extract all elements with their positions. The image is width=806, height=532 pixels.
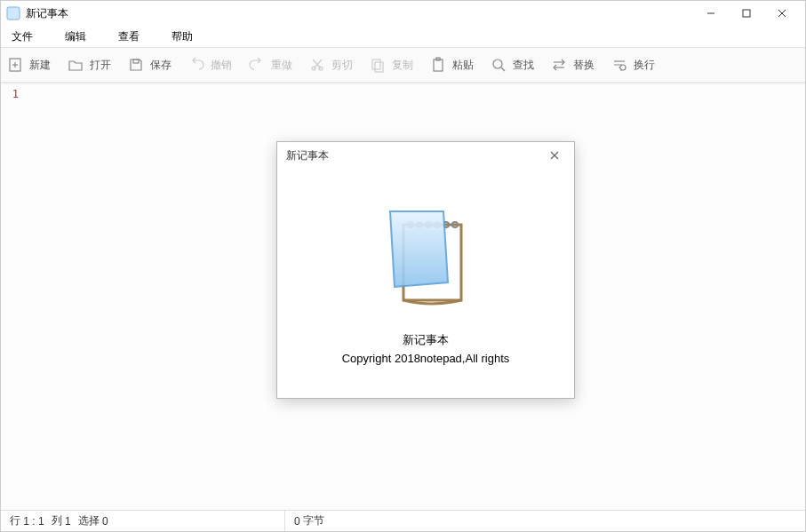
- save-label: 保存: [150, 58, 172, 73]
- svg-rect-2: [743, 10, 750, 17]
- copy-label: 复制: [392, 58, 413, 73]
- undo-button[interactable]: 撤销: [188, 56, 232, 74]
- svg-rect-8: [133, 60, 139, 63]
- maximize-button[interactable]: [729, 1, 764, 26]
- open-icon: [67, 56, 84, 74]
- cut-label: 剪切: [331, 58, 353, 73]
- about-dialog: 新记事本: [276, 141, 575, 399]
- close-button[interactable]: [764, 1, 800, 26]
- svg-rect-13: [372, 60, 380, 69]
- replace-icon: [550, 56, 568, 74]
- cut-icon: [308, 56, 326, 74]
- undo-label: 撤销: [211, 58, 232, 73]
- new-label: 新建: [29, 58, 51, 73]
- menu-edit[interactable]: 编辑: [60, 28, 92, 46]
- svg-line-18: [501, 67, 505, 71]
- copy-icon: [369, 56, 387, 74]
- window-title: 新记事本: [26, 6, 68, 21]
- svg-point-17: [493, 60, 502, 68]
- status-row-label: 行: [10, 513, 20, 528]
- redo-icon: [248, 56, 266, 74]
- line-number: 1: [1, 88, 19, 100]
- wrap-icon: [610, 56, 628, 74]
- status-cursor: 行 1 : 1 列 1 选择 0: [1, 511, 285, 531]
- paste-icon: [429, 56, 447, 74]
- svg-rect-14: [375, 62, 383, 72]
- open-button[interactable]: 打开: [67, 56, 111, 74]
- menu-help[interactable]: 帮助: [166, 28, 198, 46]
- status-bytes-label: 字节: [303, 513, 324, 528]
- titlebar: 新记事本: [1, 1, 805, 26]
- dialog-body: 新记事本 Copyright 2018notepad,All rights: [277, 169, 574, 398]
- status-col-label: 列: [52, 513, 62, 528]
- dialog-app-name: 新记事本: [403, 332, 449, 348]
- notepad-icon: [359, 185, 492, 318]
- statusbar: 行 1 : 1 列 1 选择 0 0 字节: [1, 510, 805, 531]
- undo-icon: [188, 56, 205, 74]
- status-bytes: 0 字节: [285, 511, 333, 531]
- open-label: 打开: [90, 58, 111, 73]
- wrap-label: 换行: [634, 58, 655, 73]
- find-label: 查找: [513, 58, 534, 73]
- save-icon: [127, 56, 145, 74]
- replace-button[interactable]: 替换: [550, 56, 595, 74]
- dialog-title: 新记事本: [286, 148, 329, 163]
- redo-button[interactable]: 重做: [248, 56, 292, 74]
- replace-label: 替换: [573, 58, 595, 73]
- svg-rect-15: [434, 60, 443, 71]
- save-button[interactable]: 保存: [127, 56, 172, 74]
- find-button[interactable]: 查找: [490, 56, 534, 74]
- copy-button[interactable]: 复制: [369, 56, 413, 74]
- cut-button[interactable]: 剪切: [308, 56, 353, 74]
- app-window: 新记事本 文件 编辑 查看 帮助 新建 打开 保存 撤销 重做: [0, 0, 806, 532]
- paste-button[interactable]: 粘贴: [429, 56, 474, 74]
- line-gutter: 1: [1, 84, 22, 510]
- redo-label: 重做: [271, 58, 292, 73]
- wrap-button[interactable]: 换行: [610, 56, 655, 74]
- menu-view[interactable]: 查看: [113, 28, 145, 46]
- toolbar: 新建 打开 保存 撤销 重做 剪切 复制 粘贴: [1, 47, 805, 83]
- dialog-close-button[interactable]: [544, 145, 565, 166]
- status-row-value: 1 : 1: [23, 515, 44, 528]
- dialog-copyright: Copyright 2018notepad,All rights: [342, 352, 510, 365]
- dialog-titlebar: 新记事本: [277, 142, 574, 169]
- menubar: 文件 编辑 查看 帮助: [1, 26, 805, 47]
- status-sel-label: 选择: [78, 513, 100, 528]
- status-bytes-value: 0: [294, 515, 300, 528]
- minimize-button[interactable]: [693, 1, 729, 26]
- find-icon: [490, 56, 507, 74]
- status-sel-value: 0: [102, 515, 108, 528]
- new-icon: [6, 56, 24, 74]
- new-button[interactable]: 新建: [6, 56, 51, 74]
- app-icon: [6, 6, 20, 20]
- status-col-value: 1: [65, 515, 71, 528]
- svg-rect-0: [7, 7, 20, 20]
- menu-file[interactable]: 文件: [6, 28, 38, 46]
- paste-label: 粘贴: [452, 58, 474, 73]
